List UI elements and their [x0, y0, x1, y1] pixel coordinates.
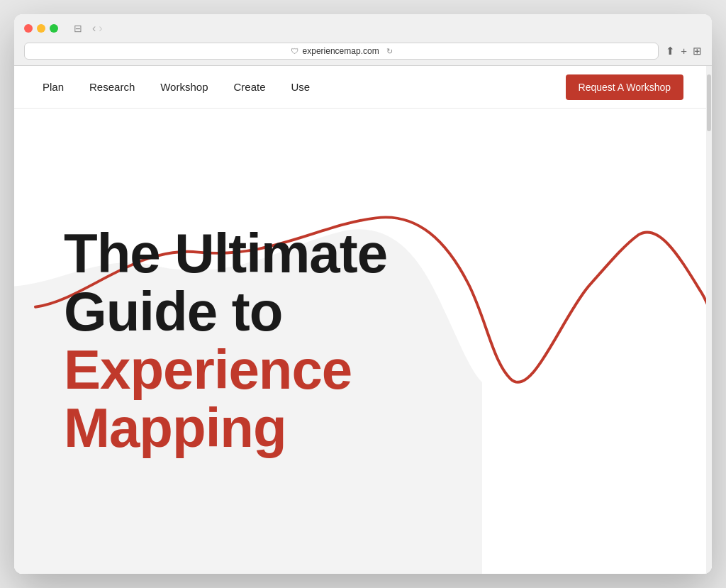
hero-line-1: The Ultimate [64, 225, 387, 283]
share-icon[interactable]: ⬆ [666, 45, 675, 57]
nav-item-research[interactable]: Research [89, 81, 135, 93]
request-workshop-button[interactable]: Request A Workshop [566, 74, 683, 100]
scrollbar-thumb[interactable] [707, 74, 711, 131]
browser-view-controls: ⊟ [71, 21, 85, 35]
scrollbar[interactable] [706, 66, 712, 574]
site-nav: Plan Research Workshop Create Use Reques… [14, 66, 712, 109]
hero-line-2: Guide to [64, 283, 387, 341]
browser-action-icons: ⬆ + ⊞ [666, 45, 702, 57]
nav-item-use[interactable]: Use [291, 81, 311, 93]
close-button[interactable] [24, 24, 33, 33]
nav-links: Plan Research Workshop Create Use [43, 81, 310, 94]
hero-line-4: Mapping [64, 399, 387, 457]
maximize-button[interactable] [50, 24, 58, 33]
reload-icon[interactable]: ↻ [386, 47, 393, 56]
hero-section: The Ultimate Guide to Experience Mapping [14, 109, 712, 574]
browser-chrome: ⊟ ‹ › 🛡 experiencemap.com ↻ ⬆ + ⊞ [14, 14, 712, 66]
minimize-button[interactable] [37, 24, 45, 33]
back-button[interactable]: ‹ [92, 22, 96, 35]
nav-item-workshop[interactable]: Workshop [160, 81, 208, 93]
tabs-icon[interactable]: ⊞ [693, 45, 702, 57]
hero-line-3: Experience [64, 341, 387, 399]
security-icon: 🛡 [291, 47, 298, 55]
new-tab-icon[interactable]: + [681, 45, 687, 57]
browser-window: ⊟ ‹ › 🛡 experiencemap.com ↻ ⬆ + ⊞ P [14, 14, 712, 574]
sidebar-toggle-icon[interactable]: ⊟ [71, 21, 85, 35]
nav-item-create[interactable]: Create [234, 81, 266, 93]
nav-arrows: ‹ › [92, 22, 103, 35]
traffic-lights [24, 24, 58, 33]
forward-button[interactable]: › [99, 22, 102, 35]
nav-item-plan[interactable]: Plan [43, 81, 64, 93]
hero-text-block: The Ultimate Guide to Experience Mapping [14, 182, 387, 500]
address-bar[interactable]: 🛡 experiencemap.com ↻ [24, 43, 659, 60]
website-content: Plan Research Workshop Create Use Reques… [14, 66, 712, 574]
url-text: experiencemap.com [303, 46, 379, 56]
